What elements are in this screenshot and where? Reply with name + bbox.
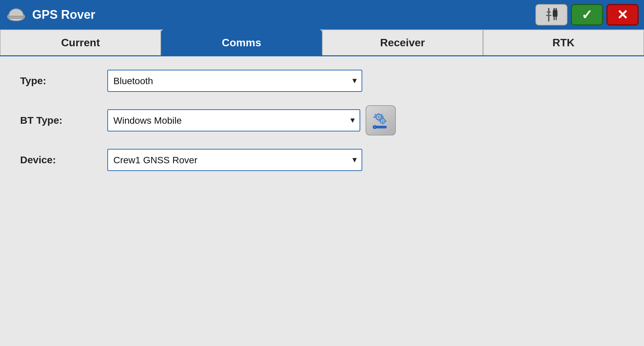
device-row: Device: Crew1 GNSS Rover ▼ — [20, 149, 624, 171]
tab-comms[interactable]: Comms — [161, 30, 322, 55]
ok-icon: ✓ — [581, 7, 593, 22]
type-select[interactable]: Bluetooth Serial Network — [107, 70, 362, 92]
tab-current[interactable]: Current — [0, 30, 161, 55]
bt-type-select-wrapper: Windows Mobile Standard ▼ — [107, 109, 360, 131]
svg-point-11 — [378, 116, 380, 118]
main-content: Type: Bluetooth Serial Network ▼ BT Type… — [0, 56, 644, 346]
svg-rect-8 — [553, 8, 555, 10]
type-row: Type: Bluetooth Serial Network ▼ — [20, 70, 624, 92]
svg-rect-9 — [555, 8, 557, 10]
device-select[interactable]: Crew1 GNSS Rover — [107, 149, 362, 171]
type-select-wrapper: Bluetooth Serial Network ▼ — [107, 70, 362, 92]
app-header: GPS Rover ✓ ✕ — [0, 0, 644, 30]
device-select-wrapper: Crew1 GNSS Rover ▼ — [107, 149, 362, 171]
bluetooth-settings-button[interactable] — [366, 105, 396, 135]
bt-type-label: BT Type: — [20, 115, 94, 126]
tab-receiver[interactable]: Receiver — [322, 30, 483, 55]
svg-rect-20 — [382, 118, 384, 119]
tab-rtk[interactable]: RTK — [483, 30, 644, 55]
cancel-icon: ✕ — [617, 7, 628, 22]
app-title: GPS Rover — [32, 8, 530, 22]
tab-bar: Current Comms Receiver RTK — [0, 30, 644, 56]
svg-rect-5 — [553, 10, 557, 17]
bt-row-controls: Windows Mobile Standard ▼ — [107, 105, 396, 135]
tools-button[interactable] — [535, 4, 568, 25]
cancel-button[interactable]: ✕ — [606, 4, 639, 25]
bt-type-row: BT Type: Windows Mobile Standard ▼ — [20, 105, 624, 135]
svg-rect-21 — [382, 122, 384, 124]
ok-button[interactable]: ✓ — [571, 4, 603, 25]
svg-point-26 — [374, 126, 376, 128]
bluetooth-settings-icon — [370, 110, 391, 131]
svg-rect-22 — [379, 120, 380, 122]
header-actions: ✓ ✕ — [535, 4, 639, 25]
svg-rect-12 — [378, 113, 380, 115]
bt-type-select[interactable]: Windows Mobile Standard — [107, 109, 360, 131]
svg-rect-14 — [374, 116, 375, 118]
device-label: Device: — [20, 154, 94, 166]
svg-rect-23 — [385, 120, 386, 122]
type-label: Type: — [20, 75, 94, 86]
tools-icon — [542, 5, 561, 24]
svg-rect-1 — [8, 16, 24, 18]
svg-point-19 — [382, 120, 384, 122]
app-logo — [5, 4, 27, 25]
